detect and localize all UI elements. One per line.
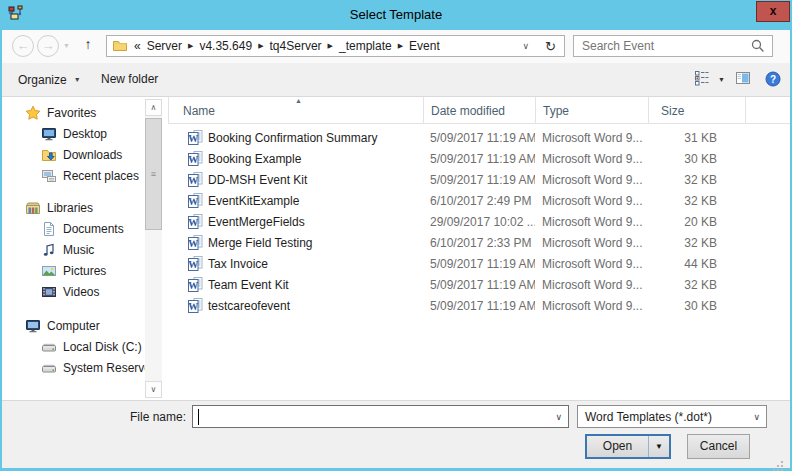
- breadcrumb-separator-icon[interactable]: ▶: [398, 42, 403, 50]
- file-type: Microsoft Word 9...: [535, 173, 648, 187]
- breadcrumb-segment-template[interactable]: _template: [339, 39, 392, 53]
- file-name: Tax Invoice: [208, 257, 268, 271]
- breadcrumb-separator-icon[interactable]: ▶: [188, 42, 193, 50]
- close-button[interactable]: x: [756, 1, 790, 22]
- sidebar-item-libraries[interactable]: Libraries: [2, 197, 145, 218]
- change-view-dropdown-icon[interactable]: ▼: [718, 76, 725, 83]
- file-name-cell: Wtestcareofevent: [168, 298, 423, 313]
- sidebar-item-music[interactable]: Music: [2, 239, 145, 260]
- new-folder-button[interactable]: New folder: [101, 63, 158, 96]
- sidebar-item-local-disk-c[interactable]: Local Disk (C:): [2, 336, 145, 357]
- recent-locations-dropdown-icon[interactable]: ▼: [63, 42, 70, 49]
- file-name: EventKitExample: [208, 194, 299, 208]
- resize-grip[interactable]: [781, 461, 783, 463]
- sidebar-item-recent-places[interactable]: Recent places: [2, 165, 145, 186]
- downloads-icon: [41, 147, 57, 163]
- breadcrumb-segment-server[interactable]: Server: [147, 39, 182, 53]
- sidebar-item-label: Desktop: [63, 127, 107, 141]
- breadcrumb-segment-tq4server[interactable]: tq4Server: [270, 39, 322, 53]
- file-date-modified: 5/09/2017 11:19 AM: [423, 173, 535, 187]
- search-box[interactable]: Search Event: [573, 35, 773, 57]
- file-row-tax-invoice[interactable]: WTax Invoice5/09/2017 11:19 AMMicrosoft …: [168, 253, 790, 274]
- word-file-icon: W: [188, 298, 203, 313]
- file-type-select[interactable]: Word Templates (*.dot*) ∨: [577, 405, 767, 428]
- file-list: ▲ Name Date modified Type Size WBooking …: [168, 97, 790, 400]
- word-file-icon: W: [188, 214, 203, 229]
- sidebar-item-label: Local Disk (C:): [63, 340, 142, 354]
- up-button[interactable]: ↑: [78, 36, 98, 52]
- open-button[interactable]: Open: [587, 436, 648, 457]
- sidebar-item-computer[interactable]: Computer: [2, 315, 145, 336]
- sidebar-item-label: Downloads: [63, 148, 122, 162]
- preview-pane-icon[interactable]: [735, 70, 753, 88]
- file-row-booking-confirmation-summary[interactable]: WBooking Confirmation Summary5/09/2017 1…: [168, 127, 790, 148]
- change-view-icon[interactable]: [694, 70, 712, 88]
- sidebar-item-downloads[interactable]: Downloads: [2, 144, 145, 165]
- file-type: Microsoft Word 9...: [535, 236, 648, 250]
- scroll-down-icon[interactable]: ∨: [145, 381, 162, 398]
- file-size: 31 KB: [648, 131, 745, 145]
- breadcrumb-collapse-chevron[interactable]: «: [134, 39, 141, 53]
- back-button[interactable]: ←: [12, 35, 34, 57]
- help-icon[interactable]: ?: [765, 71, 782, 88]
- svg-text:W: W: [188, 196, 198, 207]
- organize-button[interactable]: Organize▼: [18, 63, 81, 97]
- file-size: 30 KB: [648, 152, 745, 166]
- file-name-input[interactable]: [197, 406, 549, 427]
- file-row-eventmergefields[interactable]: WEventMergeFields29/09/2017 10:02 ...Mic…: [168, 211, 790, 232]
- sidebar-item-label: Music: [63, 243, 94, 257]
- search-icon[interactable]: [750, 38, 766, 54]
- text-caret: [198, 409, 199, 425]
- word-file-icon: W: [188, 256, 203, 271]
- window-title: Select Template: [0, 7, 792, 22]
- navigation-pane: FavoritesDesktopDownloadsRecent placesLi…: [2, 102, 145, 400]
- file-date-modified: 6/10/2017 2:49 PM: [423, 194, 535, 208]
- file-date-modified: 5/09/2017 11:19 AM: [423, 131, 535, 145]
- file-name-cell: WDD-MSH Event Kit: [168, 172, 423, 187]
- cancel-button[interactable]: Cancel: [687, 434, 750, 459]
- sidebar-item-label: Libraries: [47, 201, 93, 215]
- sidebar-item-system-reserved[interactable]: System Reserved: [2, 357, 145, 378]
- dialog-client-area: ← → ▼ ↑ «Server▶v4.35.649▶tq4Server▶_tem…: [2, 30, 790, 468]
- breadcrumb-separator-icon[interactable]: ▶: [258, 42, 263, 50]
- sidebar-item-videos[interactable]: Videos: [2, 281, 145, 302]
- sidebar-scrollbar[interactable]: ∧ ≡ ∨: [145, 99, 162, 398]
- file-name-dropdown-icon[interactable]: ∨: [549, 412, 568, 422]
- file-size: 32 KB: [648, 236, 745, 250]
- file-name: testcareofevent: [208, 299, 290, 313]
- address-history-chevron-icon[interactable]: ∨: [515, 41, 538, 51]
- svg-text:W: W: [188, 301, 198, 312]
- file-row-dd-msh-event-kit[interactable]: WDD-MSH Event Kit5/09/2017 11:19 AMMicro…: [168, 169, 790, 190]
- scrollbar-thumb[interactable]: ≡: [145, 118, 162, 230]
- open-dropdown-icon[interactable]: ▼: [648, 436, 669, 457]
- sidebar-item-documents[interactable]: Documents: [2, 218, 145, 239]
- file-row-testcareofevent[interactable]: Wtestcareofevent5/09/2017 11:19 AMMicros…: [168, 295, 790, 316]
- refresh-icon[interactable]: ↻: [537, 39, 564, 54]
- address-bar[interactable]: «Server▶v4.35.649▶tq4Server▶_template▶Ev…: [106, 35, 565, 57]
- scroll-up-icon[interactable]: ∧: [145, 99, 162, 116]
- file-date-modified: 6/10/2017 2:33 PM: [423, 236, 535, 250]
- sidebar-item-favorites[interactable]: Favorites: [2, 102, 145, 123]
- sidebar-item-desktop[interactable]: Desktop: [2, 123, 145, 144]
- titlebar[interactable]: Select Template x: [0, 0, 792, 30]
- column-header-size[interactable]: Size: [649, 97, 746, 123]
- file-row-merge-field-testing[interactable]: WMerge Field Testing6/10/2017 2:33 PMMic…: [168, 232, 790, 253]
- file-name-cell: WBooking Confirmation Summary: [168, 130, 423, 145]
- file-row-team-event-kit[interactable]: WTeam Event Kit5/09/2017 11:19 AMMicroso…: [168, 274, 790, 295]
- word-file-icon: W: [188, 277, 203, 292]
- column-header-date-modified[interactable]: Date modified: [424, 97, 536, 123]
- file-row-eventkitexample[interactable]: WEventKitExample6/10/2017 2:49 PMMicroso…: [168, 190, 790, 211]
- file-row-booking-example[interactable]: WBooking Example5/09/2017 11:19 AMMicros…: [168, 148, 790, 169]
- column-header-type[interactable]: Type: [536, 97, 649, 123]
- breadcrumb-separator-icon[interactable]: ▶: [328, 42, 333, 50]
- file-name-cell: WEventKitExample: [168, 193, 423, 208]
- file-name-cell: WTax Invoice: [168, 256, 423, 271]
- breadcrumb-segment-v4-35-649[interactable]: v4.35.649: [199, 39, 252, 53]
- sidebar-item-pictures[interactable]: Pictures: [2, 260, 145, 281]
- file-size: 44 KB: [648, 257, 745, 271]
- sort-ascending-icon[interactable]: ▲: [295, 97, 302, 104]
- word-file-icon: W: [188, 172, 203, 187]
- breadcrumb-segment-event[interactable]: Event: [409, 39, 440, 53]
- forward-button[interactable]: →: [37, 35, 59, 57]
- file-name: EventMergeFields: [208, 215, 305, 229]
